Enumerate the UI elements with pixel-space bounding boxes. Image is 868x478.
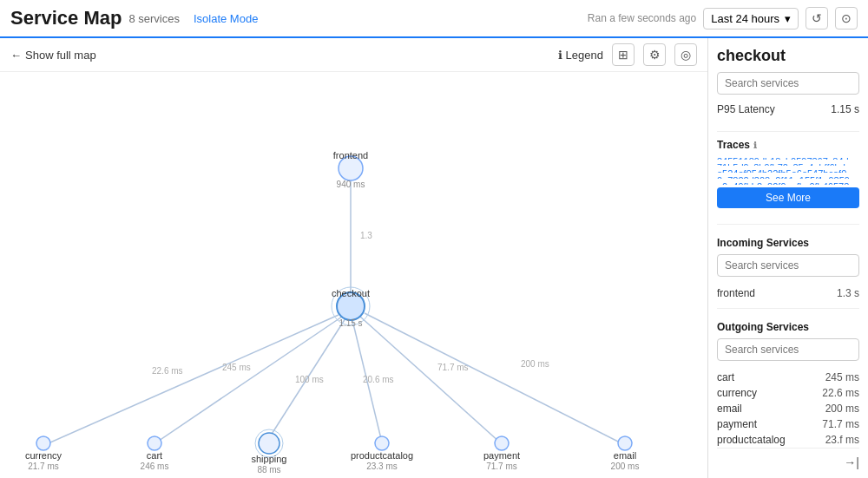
divider-2 — [717, 224, 859, 225]
outgoing-service-name-email: email — [717, 403, 742, 415]
svg-text:71.7 ms: 71.7 ms — [486, 462, 517, 471]
sidebar: checkout P95 Latency 1.15 s Traces ℹ 345… — [707, 38, 868, 478]
app-header: Service Map 8 services Isolate Mode Ran … — [0, 0, 868, 38]
svg-point-34 — [495, 436, 509, 450]
outgoing-service-value-payment: 71.7 ms — [822, 418, 859, 430]
incoming-service-name-0: frontend — [717, 287, 755, 299]
svg-text:23.3 ms: 23.3 ms — [366, 462, 398, 471]
main-content: ← Show full map ℹ Legend ⊞ ⚙ ◎ 1.3 — [0, 38, 868, 478]
outgoing-service-value-cart: 245 ms — [825, 371, 859, 383]
svg-text:shipping: shipping — [252, 454, 287, 464]
svg-text:200 ms: 200 ms — [521, 359, 549, 369]
svg-text:246 ms: 246 ms — [141, 462, 169, 471]
trace-link-1[interactable]: 71b5d9c3b9fb72c35c4abff6bd153... — [717, 162, 859, 166]
show-full-map-label: Show full map — [25, 49, 96, 62]
map-settings-icon[interactable]: ⚙ — [643, 43, 666, 66]
outgoing-service-row-email: email 200 ms — [717, 401, 859, 416]
svg-text:payment: payment — [483, 450, 520, 461]
svg-text:1.15 s: 1.15 s — [339, 318, 362, 328]
outgoing-service-value-email: 200 ms — [825, 403, 859, 415]
svg-text:200 ms: 200 ms — [611, 462, 640, 471]
outgoing-service-name-currency: currency — [717, 387, 757, 399]
sidebar-title: checkout — [717, 47, 859, 65]
collapse-sidebar-btn[interactable]: →| — [844, 455, 859, 469]
outgoing-service-name-cart: cart — [717, 371, 734, 383]
svg-point-37 — [618, 436, 632, 450]
outgoing-service-value-productcatalog: 23.f ms — [825, 434, 859, 446]
legend-label: Legend — [566, 49, 603, 62]
svg-text:245 ms: 245 ms — [222, 363, 251, 372]
outgoing-section-title: Outgoing Services — [717, 321, 859, 333]
outgoing-search-input[interactable] — [717, 338, 859, 361]
outgoing-service-name-payment: payment — [717, 418, 757, 430]
isolate-mode-btn[interactable]: Isolate Mode — [194, 12, 258, 25]
outgoing-service-row-productcatalog: productcatalog 23.f ms — [717, 432, 859, 448]
map-toolbar-right: ℹ Legend ⊞ ⚙ ◎ — [558, 43, 697, 66]
svg-text:productcatalog: productcatalog — [351, 450, 413, 461]
svg-text:email: email — [614, 450, 636, 461]
arrow-left-icon: ← — [10, 49, 22, 62]
incoming-service-value-0: 1.3 s — [837, 287, 859, 299]
svg-text:currency: currency — [25, 450, 62, 461]
svg-point-21 — [36, 436, 50, 450]
svg-text:1.3: 1.3 — [360, 231, 372, 240]
divider-3 — [717, 308, 859, 309]
time-range-label: Last 24 hours — [711, 12, 779, 25]
svg-text:940 ms: 940 ms — [337, 180, 365, 189]
graph-svg: 1.3 22.6 ms 245 ms 100 ms 20.6 ms 71.7 m… — [0, 72, 707, 478]
svg-text:22.6 ms: 22.6 ms — [152, 366, 183, 376]
svg-text:checkout: checkout — [332, 288, 370, 298]
divider-1 — [717, 131, 859, 132]
ran-text: Ran a few seconds ago — [588, 12, 696, 24]
time-range-selector[interactable]: Last 24 hours ▾ — [703, 8, 799, 29]
svg-line-12 — [365, 313, 620, 442]
outgoing-service-value-currency: 22.6 ms — [822, 387, 859, 399]
see-more-button[interactable]: See More — [717, 187, 859, 208]
trace-link-2[interactable]: e524ef954b22fb5e6e547bcaf067a... — [717, 168, 859, 172]
trace-link-4[interactable]: e0e49fbb8a82f9aafbc0fb4657369... — [717, 181, 859, 185]
page-title: Service Map — [10, 7, 122, 29]
map-view-icon[interactable]: ⊞ — [612, 43, 635, 66]
p95-latency-row: P95 Latency 1.15 s — [717, 103, 859, 115]
info-icon: ℹ — [558, 49, 562, 62]
outgoing-services-section: Outgoing Services cart 245 ms currency 2… — [717, 321, 859, 448]
incoming-section-title: Incoming Services — [717, 237, 859, 249]
header-right: Ran a few seconds ago Last 24 hours ▾ ↺ … — [588, 7, 858, 29]
legend-btn[interactable]: ℹ Legend — [558, 49, 603, 62]
svg-text:20.6 ms: 20.6 ms — [363, 375, 394, 384]
chevron-down-icon: ▾ — [785, 12, 791, 25]
map-user-icon[interactable]: ◎ — [674, 43, 697, 66]
svg-text:88 ms: 88 ms — [257, 465, 280, 475]
show-full-map-btn[interactable]: ← Show full map — [10, 49, 96, 62]
outgoing-service-row-cart: cart 245 ms — [717, 370, 859, 385]
incoming-service-row-0: frontend 1.3 s — [717, 285, 859, 301]
sidebar-bottom: →| — [717, 448, 859, 469]
svg-point-27 — [259, 433, 279, 454]
incoming-services-section: Incoming Services frontend 1.3 s — [717, 237, 859, 301]
svg-text:frontend: frontend — [333, 150, 368, 160]
refresh-icon[interactable]: ↺ — [806, 7, 828, 29]
svg-point-31 — [375, 436, 389, 450]
svg-text:100 ms: 100 ms — [295, 375, 324, 384]
trace-link-3[interactable]: 0a7822d308a2f11a155f1a93590c5... — [717, 175, 859, 179]
incoming-search-input[interactable] — [717, 254, 859, 277]
map-canvas: 1.3 22.6 ms 245 ms 100 ms 20.6 ms 71.7 m… — [0, 72, 707, 478]
traces-section-title: Traces ℹ — [717, 139, 859, 151]
svg-point-24 — [148, 436, 161, 450]
map-area: ← Show full map ℹ Legend ⊞ ⚙ ◎ 1.3 — [0, 38, 707, 478]
outgoing-service-name-productcatalog: productcatalog — [717, 434, 786, 446]
settings-icon[interactable]: ⊙ — [835, 7, 858, 29]
map-toolbar: ← Show full map ℹ Legend ⊞ ⚙ ◎ — [0, 38, 707, 72]
services-count: 8 services — [128, 12, 180, 25]
outgoing-service-row-currency: currency 22.6 ms — [717, 385, 859, 401]
svg-text:cart: cart — [147, 450, 162, 461]
traces-info-icon: ℹ — [753, 141, 757, 150]
p95-latency-value: 1.15 s — [831, 103, 859, 115]
svg-text:21.7 ms: 21.7 ms — [28, 462, 59, 471]
traces-label: Traces — [717, 139, 750, 151]
sidebar-search-input[interactable] — [717, 72, 859, 95]
outgoing-service-row-payment: payment 71.7 ms — [717, 416, 859, 432]
p95-latency-label: P95 Latency — [717, 103, 775, 115]
trace-link-0[interactable]: 34551189db18cb0597367c84d755... — [717, 156, 859, 160]
